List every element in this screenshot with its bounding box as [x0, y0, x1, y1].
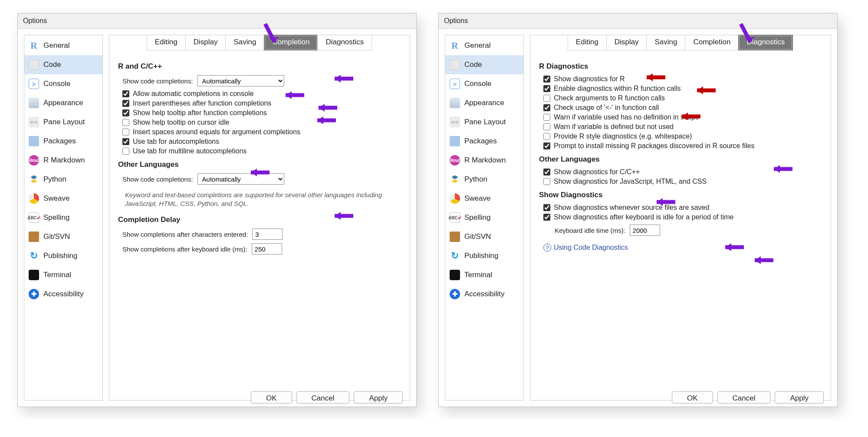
sidebar-item-git-svn[interactable]: Git/SVN [24, 227, 102, 246]
checkbox-label: Show help tooltip on cursor idle [133, 119, 229, 126]
sidebar-item-spelling[interactable]: ABC✔Spelling [24, 208, 102, 227]
checkbox-d4[interactable] [543, 104, 550, 111]
sidebar-item-terminal[interactable]: Terminal [445, 265, 523, 285]
tab-diagnostics[interactable]: Diagnostics [738, 35, 793, 50]
apply-button[interactable]: Apply [354, 391, 403, 404]
options-pane: Editing Display Saving Completion Diagno… [530, 35, 831, 401]
checkbox-d10[interactable] [543, 178, 550, 185]
accessibility-icon: ✚ [450, 289, 460, 299]
help-link[interactable]: ? Using Code Diagnostics [543, 244, 822, 252]
idle-time-input[interactable] [630, 225, 660, 236]
sidebar-item-publishing[interactable]: ↻Publishing [445, 246, 523, 265]
tab-diagnostics[interactable]: Diagnostics [317, 35, 372, 50]
sidebar-item-accessibility[interactable]: ✚Accessibility [445, 285, 523, 304]
checkbox-label: Show diagnostics for JavaScript, HTML, a… [554, 178, 707, 185]
sidebar-item-python[interactable]: Python [445, 170, 523, 189]
show-completions-select[interactable]: Automatically [197, 75, 284, 86]
checkbox-d1[interactable] [543, 76, 550, 83]
sidebar-item-general[interactable]: RGeneral [24, 36, 102, 55]
rmarkdown-icon: Rmd [450, 155, 460, 166]
option-row-c2: Insert parentheses after function comple… [118, 99, 401, 107]
sweave-icon [450, 193, 460, 204]
code-icon [29, 60, 39, 70]
sidebar-item-general[interactable]: RGeneral [445, 36, 523, 55]
checkbox-label: Show diagnostics for C/C++ [554, 168, 640, 176]
option-row-d4: Check usage of '<-' in function call [539, 104, 822, 112]
checkbox-c3[interactable] [122, 109, 129, 116]
sidebar-item-r-markdown[interactable]: RmdR Markdown [24, 151, 102, 170]
show-completions-select-2[interactable]: Automatically [197, 173, 284, 185]
option-row-c3: Show help tooltip after function complet… [118, 109, 401, 117]
checkbox-d7[interactable] [543, 133, 550, 140]
sidebar-item-spelling[interactable]: ABC✔Spelling [445, 208, 523, 227]
sidebar-item-pane-layout[interactable]: Pane Layout [445, 113, 523, 132]
sidebar-item-appearance[interactable]: Appearance [24, 93, 102, 113]
checkbox-d11[interactable] [543, 204, 550, 211]
sidebar-item-publishing[interactable]: ↻Publishing [24, 246, 102, 265]
sidebar-item-packages[interactable]: Packages [445, 132, 523, 151]
tab-completion[interactable]: Completion [264, 35, 318, 50]
sidebar-item-pane-layout[interactable]: Pane Layout [24, 113, 102, 132]
sidebar-item-appearance[interactable]: Appearance [445, 93, 523, 113]
checkbox-c2[interactable] [122, 100, 129, 107]
checkbox-d6[interactable] [543, 123, 550, 130]
help-icon: ? [543, 244, 551, 252]
ok-button[interactable]: OK [672, 391, 713, 404]
sidebar-item-git-svn[interactable]: Git/SVN [445, 227, 523, 246]
packages-icon [29, 136, 39, 146]
apply-button[interactable]: Apply [775, 391, 824, 404]
dialog-buttons: OK Cancel Apply [251, 386, 404, 404]
sidebar-item-console[interactable]: >Console [445, 74, 523, 93]
checkbox-d9[interactable] [543, 169, 550, 175]
sidebar-item-r-markdown[interactable]: RmdR Markdown [445, 151, 523, 170]
checkbox-d5[interactable] [543, 114, 550, 121]
cancel-button[interactable]: Cancel [296, 391, 350, 404]
tab-editing[interactable]: Editing [568, 35, 607, 50]
checkbox-label: Use tab for autocompletions [133, 138, 219, 146]
checkbox-c6[interactable] [122, 138, 129, 145]
checkbox-label: Allow automatic completions in console [133, 90, 253, 98]
checkbox-c4[interactable] [122, 119, 129, 126]
tab-completion[interactable]: Completion [685, 35, 739, 50]
after-idle-input[interactable] [252, 243, 282, 255]
tab-saving[interactable]: Saving [225, 35, 264, 50]
option-row-d8: Prompt to install missing R packages dis… [539, 142, 822, 150]
sidebar-item-sweave[interactable]: Sweave [445, 189, 523, 208]
sidebar-item-console[interactable]: >Console [24, 74, 102, 93]
sidebar-item-python[interactable]: Python [24, 170, 102, 189]
checkbox-c1[interactable] [122, 90, 129, 97]
checkbox-c5[interactable] [122, 129, 129, 136]
checkbox-label: Enable diagnostics within R function cal… [554, 85, 681, 93]
checkbox-label: Insert spaces around equals for argument… [133, 128, 300, 136]
sidebar-item-sweave[interactable]: Sweave [24, 189, 102, 208]
tab-editing[interactable]: Editing [147, 35, 186, 50]
sidebar-item-accessibility[interactable]: ✚Accessibility [24, 285, 102, 304]
spelling-icon: ABC✔ [450, 212, 460, 223]
sidebar-item-terminal[interactable]: Terminal [24, 265, 102, 285]
dialog-buttons: OK Cancel Apply [672, 386, 825, 404]
checkbox-label: Show diagnostics for R [554, 75, 625, 83]
checkbox-d12[interactable] [543, 214, 550, 221]
r-icon: R [450, 40, 460, 51]
git-icon [450, 232, 460, 242]
checkbox-d3[interactable] [543, 95, 550, 102]
section-other-lang: Other Languages [539, 155, 822, 164]
after-chars-input[interactable] [252, 228, 283, 240]
checkbox-c7[interactable] [122, 148, 129, 155]
tab-saving[interactable]: Saving [646, 35, 685, 50]
ok-button[interactable]: OK [251, 391, 292, 404]
accessibility-icon: ✚ [29, 289, 39, 299]
checkbox-d8[interactable] [543, 142, 550, 149]
sidebar-item-code[interactable]: Code [445, 55, 523, 74]
publishing-icon: ↻ [450, 251, 460, 261]
sidebar-item-packages[interactable]: Packages [24, 132, 102, 151]
tab-display[interactable]: Display [606, 35, 647, 50]
option-row-d5: Warn if variable used has no definition … [539, 113, 822, 121]
python-icon [29, 174, 39, 185]
sidebar-item-code[interactable]: Code [24, 55, 102, 74]
checkbox-label: Warn if variable is defined but not used [554, 123, 674, 131]
cancel-button[interactable]: Cancel [717, 391, 771, 404]
option-row-d7: Provide R style diagnostics (e.g. whites… [539, 132, 822, 140]
checkbox-d2[interactable] [543, 85, 550, 92]
tab-display[interactable]: Display [185, 35, 226, 50]
